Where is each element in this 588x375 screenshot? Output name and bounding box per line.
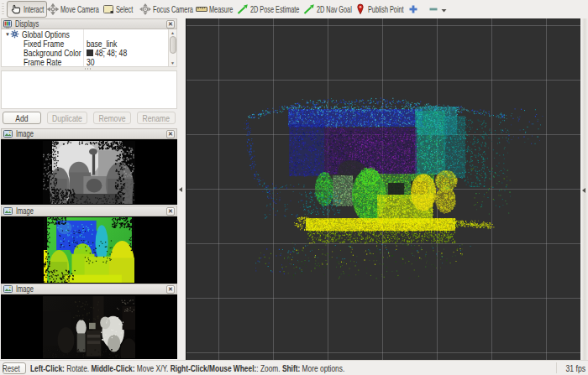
- displays-panel-icon: [3, 20, 12, 29]
- displays-panel-title-text: Displays: [15, 19, 39, 29]
- image-panel-titlebar[interactable]: Image✕: [1, 206, 177, 216]
- toolbar-drag-handle[interactable]: [2, 3, 4, 15]
- expander-triangle-icon[interactable]: ▼: [2, 32, 10, 37]
- statusbar: Reset Left-Click: Rotate. Middle-Click: …: [0, 360, 588, 375]
- displays-buttons-row: AddDuplicateRemoveRename: [1, 109, 177, 125]
- fps-indicator-text: 31 fps: [566, 363, 585, 373]
- tool-remove-tool[interactable]: [428, 1, 447, 18]
- image-panel-title: Image: [13, 284, 166, 294]
- tool-label: Focus Camera: [153, 5, 193, 14]
- displays-close-button[interactable]: ✕: [166, 20, 175, 29]
- image-icon: [3, 129, 13, 138]
- scrollbar-down-icon[interactable]: ▼: [171, 60, 175, 65]
- scrollbar-up-icon[interactable]: ▲: [171, 30, 175, 35]
- image-panel-title: Image: [13, 206, 166, 216]
- image-view-1: [1, 139, 177, 205]
- camera-image-camera-dark: [43, 296, 135, 358]
- image-panel-titlebar[interactable]: Image✕: [1, 128, 177, 139]
- image-icon: [3, 284, 13, 294]
- displays-panel-titlebar[interactable]: Displays ✕: [1, 18, 177, 29]
- tool-label: Measure: [209, 5, 233, 14]
- gear-icon: [10, 29, 19, 39]
- tool-label: Interact: [24, 5, 44, 14]
- move-icon: [47, 3, 59, 15]
- 3d-viewport[interactable]: [186, 18, 580, 360]
- displays-panel-title: Displays: [12, 19, 166, 29]
- add-button-text: Add: [15, 113, 28, 123]
- property-value-text: 30: [87, 57, 95, 67]
- minus-icon: [428, 3, 439, 15]
- select-box-icon: [102, 3, 114, 15]
- remove-button-text: Remove: [98, 113, 125, 123]
- displays-tree: ▼Global OptionsFixed Framebase_linkBackg…: [1, 29, 177, 67]
- tree-column-divider: [83, 29, 84, 66]
- status-key: Middle-Click:: [91, 363, 134, 373]
- displays-empty-list[interactable]: [1, 70, 177, 109]
- image-view-3: [1, 294, 177, 359]
- image-view-2: [1, 216, 177, 284]
- image-close-button[interactable]: ✕: [166, 130, 175, 138]
- image-close-button[interactable]: ✕: [166, 285, 175, 294]
- tool-label: 2D Pose Estimate: [250, 5, 299, 14]
- pointcloud-canvas: [186, 18, 580, 360]
- image-panel-title-text: Image: [16, 284, 34, 294]
- image-close-button[interactable]: ✕: [166, 207, 175, 216]
- duplicate-button[interactable]: Duplicate: [47, 112, 87, 124]
- status-key: Left-Click:: [30, 363, 65, 373]
- green-arrow-icon: [237, 3, 249, 15]
- focus-icon: [139, 3, 151, 15]
- status-help-text: Left-Click: Rotate. Middle-Click: Move X…: [30, 363, 430, 373]
- image-panel-titlebar[interactable]: Image✕: [1, 284, 177, 294]
- rename-button-text: Rename: [143, 113, 170, 123]
- color-swatch: [87, 49, 93, 56]
- displays-splitter[interactable]: [1, 67, 177, 70]
- tool-add-tool[interactable]: [407, 1, 419, 18]
- camera-image-depth-grayscale: [43, 141, 135, 204]
- tool-label: Publish Point: [368, 5, 404, 14]
- left-splitter-collapse-icon[interactable]: [179, 187, 182, 192]
- tool-select[interactable]: Select: [102, 1, 139, 18]
- image-panel-title-text: Image: [16, 129, 34, 138]
- tree-row-global-options[interactable]: ▼Global Options: [2, 29, 176, 39]
- image-icon: [3, 206, 13, 216]
- tool-label: Move Camera: [60, 5, 99, 14]
- ruler-icon: [196, 3, 207, 15]
- tool-label: Select: [116, 5, 133, 14]
- splitter-grip-icon: [85, 68, 92, 70]
- image-panel-1: Image✕: [1, 128, 177, 205]
- displays-panel: Displays ✕ ▼Global OptionsFixed Framebas…: [1, 18, 177, 123]
- rename-button[interactable]: Rename: [137, 112, 176, 124]
- add-button[interactable]: Add: [3, 112, 41, 124]
- tree-row-background-color[interactable]: Background Color48; 48; 48: [2, 48, 176, 57]
- hand-icon: [10, 3, 22, 15]
- displays-tree-rows: ▼Global OptionsFixed Framebase_linkBackg…: [2, 29, 176, 66]
- tree-row-fixed-frame[interactable]: Fixed Framebase_link: [2, 39, 176, 48]
- image-panel-3: Image✕: [1, 284, 177, 359]
- image-panel-title: Image: [13, 129, 166, 138]
- property-value-text: 48; 48; 48: [95, 48, 127, 58]
- remove-button[interactable]: Remove: [93, 112, 132, 124]
- green-arrow-icon: [303, 3, 315, 15]
- scrollbar-thumb[interactable]: [170, 36, 176, 54]
- status-key: Right-Click/Mouse Wheel:: [171, 363, 257, 373]
- chevron-down-icon[interactable]: [441, 5, 447, 14]
- reset-button-text: Reset: [3, 363, 20, 373]
- tool-label: 2D Nav Goal: [317, 5, 352, 14]
- image-panel-title-text: Image: [16, 206, 34, 216]
- property-label-text: Frame Rate: [24, 57, 61, 67]
- fps-indicator: 31 fps: [556, 362, 588, 373]
- duplicate-button-text: Duplicate: [52, 113, 82, 123]
- plus-icon: [407, 3, 419, 15]
- pin-icon: [354, 3, 366, 15]
- right-splitter-collapse-icon[interactable]: [582, 188, 585, 193]
- status-key: Shift:: [282, 363, 300, 373]
- tool-measure[interactable]: Measure: [196, 1, 242, 18]
- toolbar: InteractMove CameraSelectFocus CameraMea…: [0, 0, 588, 18]
- displays-tree-scrollbar[interactable]: ▲ ▼: [168, 29, 176, 66]
- camera-image-depth-jet: [44, 217, 134, 283]
- image-panel-2: Image✕: [1, 206, 177, 284]
- tree-row-frame-rate[interactable]: Frame Rate30: [2, 57, 176, 66]
- reset-button[interactable]: Reset: [3, 362, 26, 374]
- property-value[interactable]: 30: [83, 57, 97, 67]
- tool-interact[interactable]: Interact: [7, 1, 47, 18]
